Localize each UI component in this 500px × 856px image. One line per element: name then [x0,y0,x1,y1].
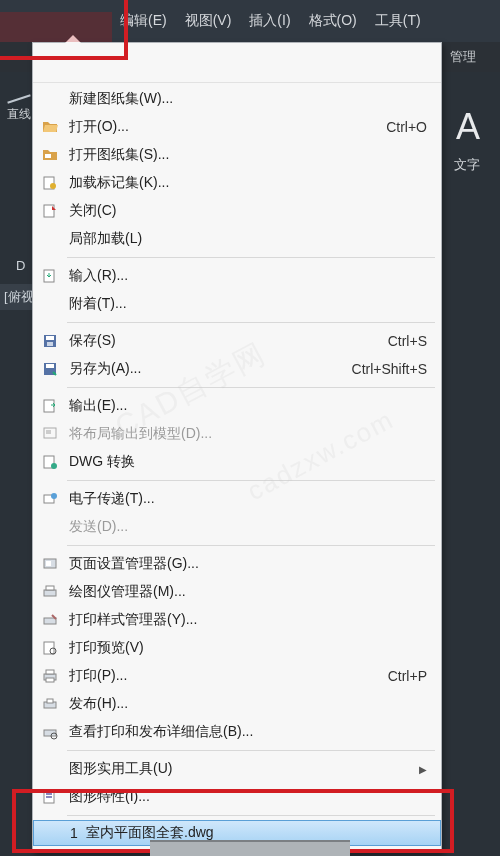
svg-rect-9 [46,364,54,368]
menu-item-12[interactable]: DWG 转换 [33,448,441,476]
recent-file-number: 1 [70,825,86,841]
menu-item-label: 打开(O)... [69,118,386,136]
menu-item-label: 图形实用工具(U) [69,760,413,778]
menu-item-shortcut: Ctrl+O [386,119,427,135]
menu-separator [67,815,435,816]
menu-item-4[interactable]: 关闭(C) [33,197,441,225]
blank-icon [39,294,61,314]
menu-item-15[interactable]: 页面设置管理器(G)... [33,550,441,578]
menu-item-label: 附着(T)... [69,295,427,313]
menu-item-11: 将布局输出到模型(D)... [33,420,441,448]
menu-item-1[interactable]: 打开(O)...Ctrl+O [33,113,441,141]
svg-rect-10 [44,400,54,412]
menu-item-shortcut: Ctrl+S [388,333,427,349]
menu-format[interactable]: 格式(O) [309,12,357,30]
menu-item-shortcut: Ctrl+P [388,668,427,684]
menu-tools[interactable]: 工具(T) [375,12,421,30]
svg-rect-25 [46,670,54,674]
menu-item-18[interactable]: 打印预览(V) [33,634,441,662]
menu-item-label: 将布局输出到模型(D)... [69,425,427,443]
plotstyle-icon [39,610,61,630]
print-icon [39,666,61,686]
menu-item-label: 输入(R)... [69,267,427,285]
menu-item-label: 局部加载(L) [69,230,427,248]
submenu-arrow-icon: ▶ [419,764,427,775]
menu-item-3[interactable]: 加载标记集(K)... [33,169,441,197]
menu-insert[interactable]: 插入(I) [249,12,290,30]
svg-point-16 [51,493,57,499]
details-icon [39,722,61,742]
plotter-icon [39,582,61,602]
menu-item-label: 电子传递(T)... [69,490,427,508]
line-icon [7,94,30,103]
menu-item-19[interactable]: 打印(P)...Ctrl+P [33,662,441,690]
menu-item-8[interactable]: 保存(S)Ctrl+S [33,327,441,355]
publish-icon [39,694,61,714]
svg-rect-12 [46,430,51,434]
menu-item-6[interactable]: 输入(R)... [33,262,441,290]
menu-item-10[interactable]: 输出(E)... [33,392,441,420]
svg-rect-20 [46,586,54,590]
text-tool-A: A [456,106,480,148]
dwg-icon [39,452,61,472]
svg-rect-33 [46,796,52,798]
open-icon [39,117,61,137]
menu-item-label: 页面设置管理器(G)... [69,555,427,573]
svg-rect-6 [46,336,54,340]
menu-separator [67,387,435,388]
menu-item-20[interactable]: 发布(H)... [33,690,441,718]
svg-rect-26 [46,678,54,682]
menu-separator [67,480,435,481]
menu-item-label: 图形特性(I)... [69,788,427,806]
saveas-icon [39,359,61,379]
menu-item-2[interactable]: 打开图纸集(S)... [33,141,441,169]
menu-item-label: 关闭(C) [69,202,427,220]
marker-icon [39,173,61,193]
svg-rect-19 [44,590,56,596]
page-setup-icon [39,554,61,574]
menu-item-shortcut: Ctrl+Shift+S [352,361,427,377]
menu-item-label: DWG 转换 [69,453,427,471]
annotation-highlight-top [0,0,128,60]
menu-item-7[interactable]: 附着(T)... [33,290,441,318]
blank-icon [39,229,61,249]
menu-separator [67,750,435,751]
blank-icon [39,759,61,779]
menu-item-label: 输出(E)... [69,397,427,415]
menu-item-5[interactable]: 局部加载(L) [33,225,441,253]
menu-separator [67,322,435,323]
open-sheet-icon [39,145,61,165]
menu-item-16[interactable]: 绘图仪管理器(M)... [33,578,441,606]
menu-item-13[interactable]: 电子传递(T)... [33,485,441,513]
menu-item-label: 打开图纸集(S)... [69,146,427,164]
window-handle[interactable] [150,840,350,856]
etransmit-icon [39,489,61,509]
menu-item-23[interactable]: 图形特性(I)... [33,783,441,811]
menu-item-label: 发布(H)... [69,695,427,713]
ribbon-tab-manage[interactable]: 管理 [440,48,486,66]
file-menu-dropdown: 新建图纸集(W)...打开(O)...Ctrl+O打开图纸集(S)...加载标记… [32,42,442,853]
menu-item-label: 打印(P)... [69,667,388,685]
menu-item-21[interactable]: 查看打印和发布详细信息(B)... [33,718,441,746]
menu-item-9[interactable]: 另存为(A)...Ctrl+Shift+S [33,355,441,383]
tool-line-label: 直线 [7,106,31,123]
svg-rect-32 [46,793,52,795]
menu-item-17[interactable]: 打印样式管理器(Y)... [33,606,441,634]
blank-icon [39,89,61,109]
menu-item-22[interactable]: 图形实用工具(U)▶ [33,755,441,783]
svg-rect-0 [45,154,51,158]
svg-rect-18 [46,561,51,566]
svg-point-14 [51,463,57,469]
menu-view[interactable]: 视图(V) [185,12,232,30]
save-icon [39,331,61,351]
menu-item-label: 新建图纸集(W)... [69,90,427,108]
text-tool-label[interactable]: 文字 [454,156,480,174]
svg-point-2 [50,183,56,189]
svg-rect-21 [44,618,56,624]
svg-rect-7 [47,342,53,346]
drawing-tab-d[interactable]: D [16,258,25,273]
export-icon [39,396,61,416]
layout-icon [39,424,61,444]
menu-item-0[interactable]: 新建图纸集(W)... [33,85,441,113]
menu-item-label: 发送(D)... [69,518,427,536]
